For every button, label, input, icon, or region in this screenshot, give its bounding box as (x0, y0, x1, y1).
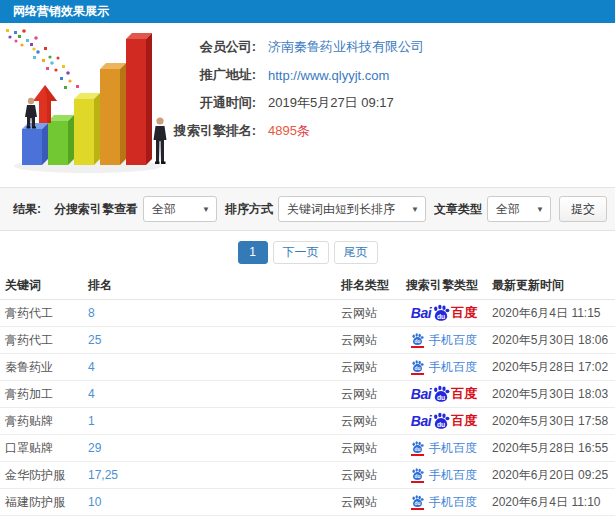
updated-cell: 2020年6月4日 11:10 (487, 494, 615, 511)
svg-text:du: du (415, 447, 421, 452)
submit-button[interactable]: 提交 (559, 196, 607, 222)
page-1-button[interactable]: 1 (238, 241, 268, 264)
page-title: 网络营销效果展示 (13, 4, 109, 18)
svg-text:du: du (415, 339, 421, 344)
next-page-button[interactable]: 下一页 (273, 241, 329, 264)
chevron-down-icon: ▼ (411, 205, 419, 214)
info-row-company: 会员公司: 济南秦鲁药业科技有限公司 (170, 38, 424, 56)
search-engine-cell: Baidu百度 du手机百度 (401, 385, 487, 404)
updated-cell: 2020年5月30日 18:03 (487, 386, 615, 403)
keyword-cell: 福建防护服 (0, 494, 83, 511)
updated-cell: 2020年5月28日 17:02 (487, 359, 615, 376)
header-engine-type: 搜索引擎类型 (401, 277, 487, 294)
promo-url-label: 推广地址: (170, 66, 256, 84)
keyword-cell: 秦鲁药业 (0, 359, 83, 376)
open-time-label: 开通时间: (170, 94, 256, 112)
promo-url-link[interactable]: http://www.qlyyjt.com (268, 68, 389, 83)
filter-bar: 结果: 分搜索引擎查看 全部 ▼ 排序方式 关键词由短到长排序 ▼ 文章类型 全… (0, 187, 615, 231)
updated-cell: 2020年5月30日 17:58 (487, 413, 615, 430)
engine-filter-select[interactable]: 全部 ▼ (143, 196, 217, 222)
mobile-baidu-icon: du (411, 495, 424, 510)
rank-type-cell: 云网站 (336, 467, 401, 484)
baidu-pc-logo: Baidu百度 (411, 304, 477, 323)
table-row: 膏药代工 8 云网站 Baidu百度 du手机百度 2020年6月4日 11:1… (0, 300, 615, 327)
chevron-down-icon: ▼ (202, 205, 210, 214)
search-engine-cell: Baidu百度 du手机百度 (401, 332, 487, 349)
search-engine-cell: Baidu百度 du手机百度 (401, 304, 487, 323)
rank-type-cell: 云网站 (336, 386, 401, 403)
baidu-paw-icon: du (432, 304, 450, 321)
info-row-url: 推广地址: http://www.qlyyjt.com (170, 66, 424, 84)
baidu-pc-logo: Baidu百度 (411, 412, 477, 431)
updated-cell: 2020年6月4日 11:15 (487, 305, 615, 322)
keyword-cell: 金华防护服 (0, 467, 83, 484)
results-table: 关键词 排名 排名类型 搜索引擎类型 最新更新时间 膏药代工 8 云网站 Bai… (0, 272, 615, 520)
table-row-partial (0, 516, 615, 520)
baidu-mobile-badge: du手机百度 (411, 359, 477, 376)
open-time-value: 2019年5月27日 09:17 (268, 94, 394, 112)
rank-link[interactable]: 10 (88, 495, 101, 509)
article-type-label: 文章类型 (434, 201, 482, 218)
keyword-cell: 膏药代工 (0, 305, 83, 322)
sort-select[interactable]: 关键词由短到长排序 ▼ (278, 196, 426, 222)
engine-filter-value: 全部 (152, 201, 176, 218)
rank-type-cell: 云网站 (336, 359, 401, 376)
bar-blue (22, 123, 48, 165)
rank-link[interactable]: 29 (88, 441, 101, 455)
rank-count-unit: 条 (297, 123, 310, 138)
article-type-select[interactable]: 全部 ▼ (487, 196, 551, 222)
search-engine-cell: Baidu百度 du手机百度 (401, 412, 487, 431)
svg-text:du: du (437, 393, 445, 400)
baidu-paw-icon: du (432, 412, 450, 429)
table-row: 福建防护服 10 云网站 Baidu百度 du手机百度 2020年6月4日 11… (0, 489, 615, 516)
header-keyword: 关键词 (0, 277, 83, 294)
company-name-link[interactable]: 济南秦鲁药业科技有限公司 (268, 38, 424, 56)
mobile-baidu-icon: du (411, 333, 424, 348)
baidu-paw-icon: du (432, 385, 450, 402)
mobile-baidu-icon: du (411, 441, 424, 456)
pagination: 1 下一页 尾页 (0, 241, 615, 264)
rank-link[interactable]: 8 (88, 306, 95, 320)
company-info-list: 会员公司: 济南秦鲁药业科技有限公司 推广地址: http://www.qlyy… (170, 25, 424, 187)
baidu-mobile-badge: du手机百度 (411, 494, 477, 511)
keyword-cell: 膏药加工 (0, 386, 83, 403)
rank-type-cell: 云网站 (336, 494, 401, 511)
table-row: 秦鲁药业 4 云网站 Baidu百度 du手机百度 2020年5月28日 17:… (0, 354, 615, 381)
last-page-button[interactable]: 尾页 (334, 241, 378, 264)
table-row: 口罩贴牌 29 云网站 Baidu百度 du手机百度 2020年5月28日 16… (0, 435, 615, 462)
table-header-row: 关键词 排名 排名类型 搜索引擎类型 最新更新时间 (0, 272, 615, 300)
search-engine-cell: Baidu百度 du手机百度 (401, 359, 487, 376)
mobile-baidu-icon: du (411, 468, 424, 483)
rank-link[interactable]: 1 (88, 414, 95, 428)
bar-red (126, 33, 152, 165)
rank-count-label: 搜索引擎排名: (170, 122, 256, 140)
keyword-cell: 口罩贴牌 (0, 440, 83, 457)
rank-type-cell: 云网站 (336, 332, 401, 349)
info-row-rank-count: 搜索引擎排名: 4895条 (170, 122, 424, 140)
svg-text:du: du (415, 366, 421, 371)
rank-type-cell: 云网站 (336, 305, 401, 322)
table-row: 膏药代工 25 云网站 Baidu百度 du手机百度 2020年5月30日 18… (0, 327, 615, 354)
rank-link[interactable]: 4 (88, 387, 95, 401)
rank-type-cell: 云网站 (336, 440, 401, 457)
search-engine-cell: Baidu百度 du手机百度 (401, 440, 487, 457)
keyword-cell: 膏药贴牌 (0, 413, 83, 430)
svg-text:du: du (437, 312, 445, 319)
search-engine-cell: Baidu百度 du手机百度 (401, 467, 487, 484)
sort-value: 关键词由短到长排序 (287, 201, 395, 218)
search-engine-cell: Baidu百度 du手机百度 (401, 494, 487, 511)
rank-link[interactable]: 4 (88, 360, 95, 374)
updated-cell: 2020年6月20日 09:25 (487, 467, 615, 484)
company-info-section: 会员公司: 济南秦鲁药业科技有限公司 推广地址: http://www.qlyy… (0, 23, 615, 187)
rank-link[interactable]: 17,25 (88, 468, 118, 482)
rank-link[interactable]: 25 (88, 333, 101, 347)
baidu-mobile-badge: du手机百度 (411, 440, 477, 457)
rank-count-value: 4895 (268, 123, 297, 138)
header-updated: 最新更新时间 (487, 277, 615, 294)
info-row-open-time: 开通时间: 2019年5月27日 09:17 (170, 94, 424, 112)
mobile-baidu-icon: du (411, 360, 424, 375)
company-label: 会员公司: (170, 38, 256, 56)
svg-text:du: du (437, 420, 445, 427)
engine-filter-label: 分搜索引擎查看 (54, 201, 138, 218)
confetti-dots (6, 29, 79, 89)
